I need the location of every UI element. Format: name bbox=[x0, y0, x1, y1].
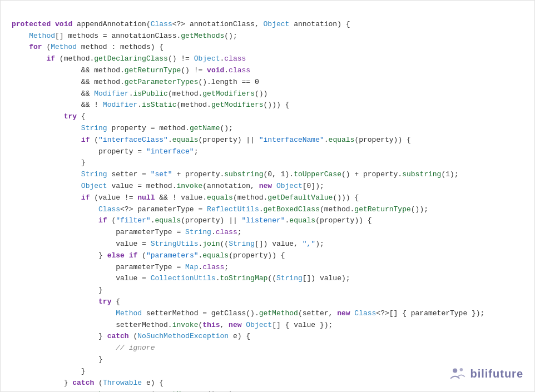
watermark-text: bilifuture bbox=[470, 368, 523, 380]
code-block: protected void appendAnnotation(Class<?>… bbox=[12, 7, 523, 392]
watermark-icon bbox=[449, 366, 467, 381]
code-container: protected void appendAnnotation(Class<?>… bbox=[0, 0, 535, 392]
watermark: bilifuture bbox=[449, 366, 523, 381]
svg-point-0 bbox=[453, 368, 458, 373]
svg-point-1 bbox=[460, 368, 463, 371]
